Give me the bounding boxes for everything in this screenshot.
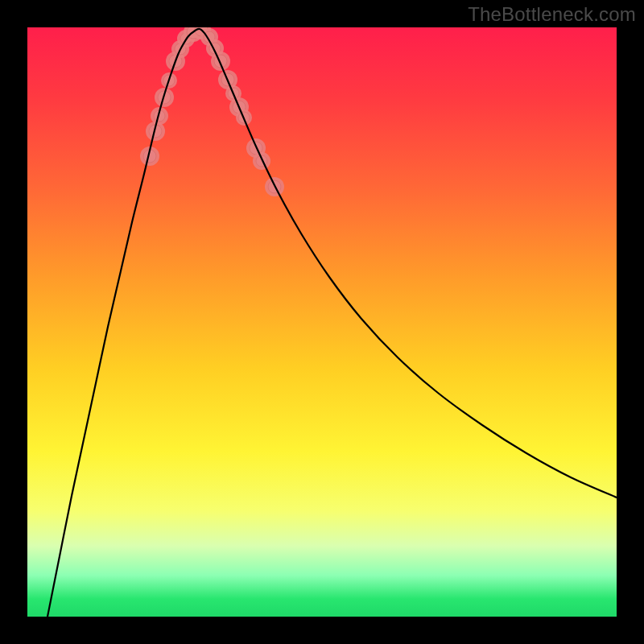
curve-svg — [27, 27, 617, 617]
bottleneck-curve — [47, 29, 617, 617]
chart-frame: TheBottleneck.com — [0, 0, 644, 644]
marker-layer — [140, 27, 284, 196]
plot-area — [27, 27, 617, 617]
watermark-text: TheBottleneck.com — [468, 3, 636, 26]
